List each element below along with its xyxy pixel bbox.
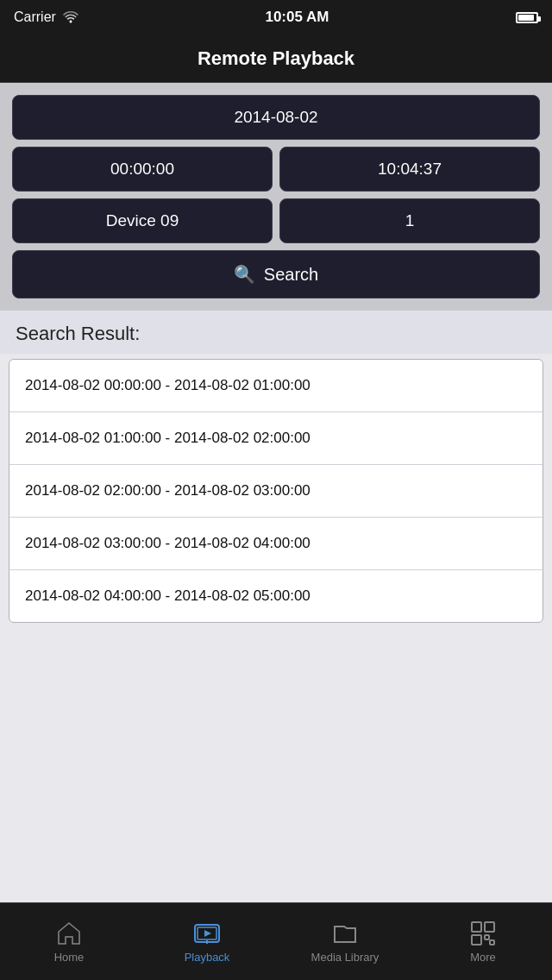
search-result-label: Search Result: [16, 323, 140, 344]
tab-media-library-label: Media Library [311, 951, 380, 964]
date-row: 2014-08-02 [12, 95, 540, 140]
status-bar-right [516, 12, 538, 23]
controls-area: 2014-08-02 00:00:00 10:04:37 Device 09 1… [0, 83, 552, 311]
tab-bar: Home Playback Media Library More [0, 902, 552, 980]
media-library-icon [331, 920, 359, 947]
page-title: Remote Playback [198, 47, 354, 70]
time-row: 00:00:00 10:04:37 [12, 147, 540, 192]
tab-media-library[interactable]: Media Library [276, 903, 414, 980]
svg-rect-9 [485, 935, 489, 939]
svg-marker-3 [204, 930, 211, 937]
date-button[interactable]: 2014-08-02 [12, 95, 540, 140]
device-row: Device 09 1 [12, 198, 540, 243]
tab-more[interactable]: More [414, 903, 552, 980]
search-icon: 🔍 [234, 264, 255, 285]
results-list: 2014-08-02 00:00:00 - 2014-08-02 01:00:0… [9, 359, 543, 623]
svg-rect-7 [485, 922, 494, 932]
result-item[interactable]: 2014-08-02 00:00:00 - 2014-08-02 01:00:0… [9, 360, 543, 412]
svg-rect-6 [472, 922, 481, 932]
tab-home[interactable]: Home [0, 903, 138, 980]
svg-rect-10 [490, 940, 494, 945]
result-item[interactable]: 2014-08-02 01:00:00 - 2014-08-02 02:00:0… [9, 412, 543, 465]
svg-rect-8 [472, 935, 481, 945]
result-item[interactable]: 2014-08-02 02:00:00 - 2014-08-02 03:00:0… [9, 465, 543, 518]
search-button[interactable]: 🔍 Search [12, 250, 540, 298]
carrier-label: Carrier [14, 9, 56, 25]
search-row: 🔍 Search [12, 250, 540, 298]
end-time-button[interactable]: 10:04:37 [279, 147, 540, 192]
tab-playback[interactable]: Playback [138, 903, 276, 980]
wifi-icon [63, 11, 78, 23]
title-bar: Remote Playback [0, 35, 552, 83]
home-icon [55, 920, 83, 947]
tab-home-label: Home [54, 951, 85, 964]
device-button[interactable]: Device 09 [12, 198, 273, 243]
playback-icon [193, 920, 221, 947]
search-result-header: Search Result: [0, 311, 552, 354]
battery-icon [516, 12, 538, 23]
status-bar: Carrier 10:05 AM [0, 0, 552, 35]
channel-button[interactable]: 1 [279, 198, 540, 243]
search-label: Search [264, 265, 318, 285]
tab-playback-label: Playback [185, 951, 230, 964]
start-time-button[interactable]: 00:00:00 [12, 147, 273, 192]
result-item[interactable]: 2014-08-02 03:00:00 - 2014-08-02 04:00:0… [9, 518, 543, 570]
results-container: 2014-08-02 00:00:00 - 2014-08-02 01:00:0… [0, 354, 552, 628]
time-display: 10:05 AM [265, 9, 329, 26]
more-icon [469, 920, 497, 947]
result-item[interactable]: 2014-08-02 04:00:00 - 2014-08-02 05:00:0… [9, 570, 543, 622]
status-bar-left: Carrier [14, 9, 78, 25]
tab-more-label: More [470, 951, 496, 964]
